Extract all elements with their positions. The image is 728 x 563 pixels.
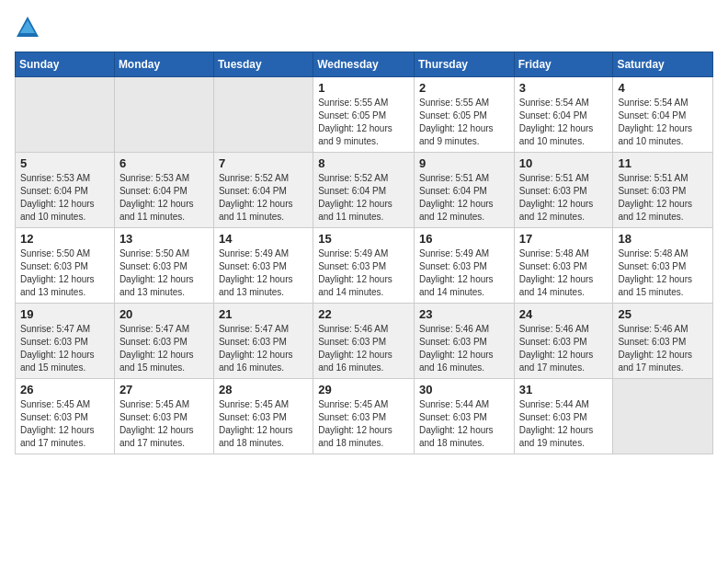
day-info: Sunrise: 5:50 AMSunset: 6:03 PMDaylight:…	[119, 247, 209, 299]
day-number: 16	[419, 232, 509, 246]
day-number: 10	[519, 156, 609, 170]
calendar-cell: 30Sunrise: 5:44 AMSunset: 6:03 PMDayligh…	[414, 379, 514, 454]
calendar-cell: 31Sunrise: 5:44 AMSunset: 6:03 PMDayligh…	[514, 379, 613, 454]
day-number: 27	[119, 383, 209, 396]
calendar-cell: 14Sunrise: 5:49 AMSunset: 6:03 PMDayligh…	[213, 228, 313, 304]
day-number: 25	[618, 307, 708, 321]
day-info: Sunrise: 5:47 AMSunset: 6:03 PMDaylight:…	[20, 323, 109, 374]
calendar-cell: 21Sunrise: 5:47 AMSunset: 6:03 PMDayligh…	[213, 304, 313, 379]
day-header-friday: Friday	[514, 52, 613, 77]
day-info: Sunrise: 5:44 AMSunset: 6:03 PMDaylight:…	[419, 398, 509, 450]
logo-icon	[15, 15, 40, 40]
day-info: Sunrise: 5:46 AMSunset: 6:03 PMDaylight:…	[618, 323, 708, 374]
day-info: Sunrise: 5:52 AMSunset: 6:04 PMDaylight:…	[318, 172, 409, 224]
day-info: Sunrise: 5:44 AMSunset: 6:03 PMDaylight:…	[519, 398, 609, 450]
week-row-1: 1Sunrise: 5:55 AMSunset: 6:05 PMDaylight…	[16, 77, 713, 153]
day-number: 29	[318, 383, 409, 396]
day-number: 3	[519, 81, 609, 95]
calendar-cell: 8Sunrise: 5:52 AMSunset: 6:04 PMDaylight…	[313, 153, 415, 228]
day-info: Sunrise: 5:54 AMSunset: 6:04 PMDaylight:…	[618, 97, 708, 148]
day-info: Sunrise: 5:51 AMSunset: 6:03 PMDaylight:…	[618, 172, 708, 224]
day-header-sunday: Sunday	[16, 52, 115, 77]
day-info: Sunrise: 5:51 AMSunset: 6:03 PMDaylight:…	[519, 172, 609, 224]
day-number: 4	[618, 81, 708, 95]
day-number: 5	[20, 156, 109, 170]
day-info: Sunrise: 5:49 AMSunset: 6:03 PMDaylight:…	[219, 247, 308, 299]
calendar-cell	[613, 379, 713, 454]
calendar-cell	[213, 77, 313, 153]
day-info: Sunrise: 5:51 AMSunset: 6:04 PMDaylight:…	[419, 172, 509, 224]
calendar-cell: 11Sunrise: 5:51 AMSunset: 6:03 PMDayligh…	[613, 153, 713, 228]
calendar-cell: 26Sunrise: 5:45 AMSunset: 6:03 PMDayligh…	[16, 379, 115, 454]
day-header-row: SundayMondayTuesdayWednesdayThursdayFrid…	[16, 52, 713, 77]
calendar-cell: 10Sunrise: 5:51 AMSunset: 6:03 PMDayligh…	[514, 153, 613, 228]
day-info: Sunrise: 5:49 AMSunset: 6:03 PMDaylight:…	[419, 247, 509, 299]
calendar-cell: 1Sunrise: 5:55 AMSunset: 6:05 PMDaylight…	[313, 77, 415, 153]
day-header-tuesday: Tuesday	[213, 52, 313, 77]
day-header-monday: Monday	[114, 52, 213, 77]
day-info: Sunrise: 5:53 AMSunset: 6:04 PMDaylight:…	[119, 172, 209, 224]
day-info: Sunrise: 5:48 AMSunset: 6:03 PMDaylight:…	[618, 247, 708, 299]
day-number: 26	[20, 383, 109, 396]
day-number: 23	[419, 307, 509, 321]
day-number: 17	[519, 232, 609, 246]
calendar-cell: 27Sunrise: 5:45 AMSunset: 6:03 PMDayligh…	[114, 379, 213, 454]
calendar-cell: 24Sunrise: 5:46 AMSunset: 6:03 PMDayligh…	[514, 304, 613, 379]
day-number: 19	[20, 307, 109, 321]
calendar-cell: 4Sunrise: 5:54 AMSunset: 6:04 PMDaylight…	[613, 77, 713, 153]
day-number: 9	[419, 156, 509, 170]
calendar-cell: 12Sunrise: 5:50 AMSunset: 6:03 PMDayligh…	[16, 228, 115, 304]
calendar-cell: 23Sunrise: 5:46 AMSunset: 6:03 PMDayligh…	[414, 304, 514, 379]
calendar-cell: 6Sunrise: 5:53 AMSunset: 6:04 PMDaylight…	[114, 153, 213, 228]
calendar-cell: 22Sunrise: 5:46 AMSunset: 6:03 PMDayligh…	[313, 304, 415, 379]
day-number: 6	[119, 156, 209, 170]
calendar-cell: 20Sunrise: 5:47 AMSunset: 6:03 PMDayligh…	[114, 304, 213, 379]
day-header-wednesday: Wednesday	[313, 52, 415, 77]
day-number: 1	[318, 81, 409, 95]
calendar-cell: 16Sunrise: 5:49 AMSunset: 6:03 PMDayligh…	[414, 228, 514, 304]
day-number: 13	[119, 232, 209, 246]
day-number: 28	[219, 383, 308, 396]
calendar-cell: 18Sunrise: 5:48 AMSunset: 6:03 PMDayligh…	[613, 228, 713, 304]
day-info: Sunrise: 5:50 AMSunset: 6:03 PMDaylight:…	[20, 247, 109, 299]
day-number: 30	[419, 383, 509, 396]
day-info: Sunrise: 5:52 AMSunset: 6:04 PMDaylight:…	[219, 172, 308, 224]
day-header-saturday: Saturday	[613, 52, 713, 77]
calendar-cell: 29Sunrise: 5:45 AMSunset: 6:03 PMDayligh…	[313, 379, 415, 454]
day-info: Sunrise: 5:47 AMSunset: 6:03 PMDaylight:…	[119, 323, 209, 374]
day-info: Sunrise: 5:45 AMSunset: 6:03 PMDaylight:…	[20, 398, 109, 450]
page-header	[15, 15, 713, 40]
day-info: Sunrise: 5:53 AMSunset: 6:04 PMDaylight:…	[20, 172, 109, 224]
day-info: Sunrise: 5:45 AMSunset: 6:03 PMDaylight:…	[318, 398, 409, 450]
day-info: Sunrise: 5:45 AMSunset: 6:03 PMDaylight:…	[119, 398, 209, 450]
day-number: 12	[20, 232, 109, 246]
calendar-cell: 2Sunrise: 5:55 AMSunset: 6:05 PMDaylight…	[414, 77, 514, 153]
calendar-cell: 9Sunrise: 5:51 AMSunset: 6:04 PMDaylight…	[414, 153, 514, 228]
calendar-cell: 28Sunrise: 5:45 AMSunset: 6:03 PMDayligh…	[213, 379, 313, 454]
week-row-4: 19Sunrise: 5:47 AMSunset: 6:03 PMDayligh…	[16, 304, 713, 379]
day-info: Sunrise: 5:47 AMSunset: 6:03 PMDaylight:…	[219, 323, 308, 374]
calendar-cell	[16, 77, 115, 153]
week-row-2: 5Sunrise: 5:53 AMSunset: 6:04 PMDaylight…	[16, 153, 713, 228]
day-info: Sunrise: 5:46 AMSunset: 6:03 PMDaylight:…	[318, 323, 409, 374]
day-number: 15	[318, 232, 409, 246]
day-number: 7	[219, 156, 308, 170]
day-number: 14	[219, 232, 308, 246]
day-number: 18	[618, 232, 708, 246]
calendar-cell	[114, 77, 213, 153]
day-info: Sunrise: 5:45 AMSunset: 6:03 PMDaylight:…	[219, 398, 308, 450]
day-info: Sunrise: 5:49 AMSunset: 6:03 PMDaylight:…	[318, 247, 409, 299]
day-info: Sunrise: 5:46 AMSunset: 6:03 PMDaylight:…	[519, 323, 609, 374]
logo	[15, 15, 42, 40]
day-number: 22	[318, 307, 409, 321]
calendar-cell: 15Sunrise: 5:49 AMSunset: 6:03 PMDayligh…	[313, 228, 415, 304]
day-header-thursday: Thursday	[414, 52, 514, 77]
calendar-cell: 5Sunrise: 5:53 AMSunset: 6:04 PMDaylight…	[16, 153, 115, 228]
day-info: Sunrise: 5:46 AMSunset: 6:03 PMDaylight:…	[419, 323, 509, 374]
calendar-cell: 17Sunrise: 5:48 AMSunset: 6:03 PMDayligh…	[514, 228, 613, 304]
day-info: Sunrise: 5:48 AMSunset: 6:03 PMDaylight:…	[519, 247, 609, 299]
day-number: 21	[219, 307, 308, 321]
calendar-cell: 13Sunrise: 5:50 AMSunset: 6:03 PMDayligh…	[114, 228, 213, 304]
calendar-table: SundayMondayTuesdayWednesdayThursdayFrid…	[15, 52, 713, 454]
day-number: 31	[519, 383, 609, 396]
